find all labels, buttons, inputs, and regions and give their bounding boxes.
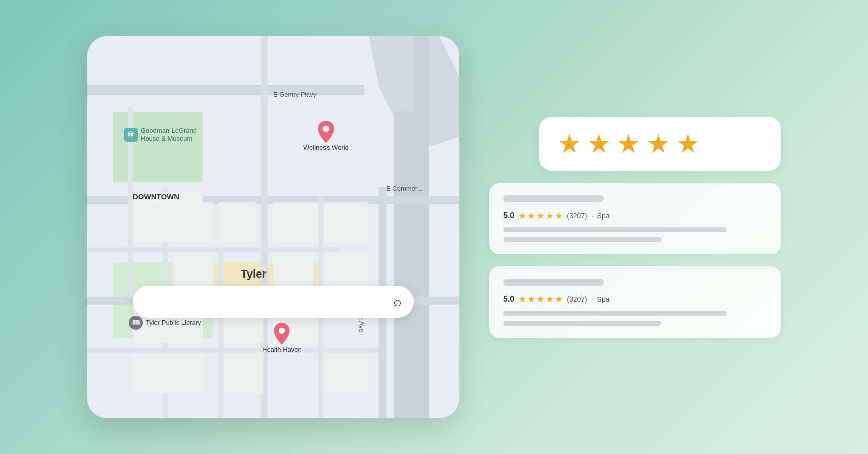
svg-rect-20	[218, 202, 256, 242]
review-count-2: (3207)	[567, 295, 587, 303]
review-dot-1: ·	[591, 212, 593, 220]
poi-library: 📖 Tyler Public Library	[129, 316, 201, 330]
svg-rect-7	[394, 112, 414, 418]
review-type-2: Spa	[597, 295, 610, 303]
review-line-1-2	[503, 237, 661, 242]
svg-rect-31	[173, 202, 213, 242]
map-background: E Gentry Pkwy DOWNTOWN Tyler W Erwin St …	[87, 36, 459, 418]
road-label-gentry: E Gentry Pkwy	[273, 90, 316, 98]
review-meta-2: 5.0 ★ ★ ★ ★ ★ (3207) · Spa	[503, 294, 767, 305]
review-star-1-2: ★	[527, 210, 535, 221]
large-star-5: ★	[676, 131, 700, 157]
review-star-1-4: ★	[546, 210, 554, 221]
scene: E Gentry Pkwy DOWNTOWN Tyler W Erwin St …	[0, 0, 868, 454]
large-star-4: ★	[646, 131, 670, 157]
svg-rect-27	[323, 353, 369, 393]
pin-health-label: Health Haven	[262, 346, 302, 353]
road-label-commerce: E Commer...	[386, 185, 422, 192]
search-bar[interactable]: ⌕	[133, 286, 414, 318]
svg-rect-8	[414, 36, 429, 418]
poi-museum: 🏛 Goodman-LeGrandHouse & Museum	[124, 127, 197, 144]
svg-rect-25	[133, 353, 203, 393]
search-icon: ⌕	[393, 294, 402, 310]
review-star-2-2: ★	[527, 294, 535, 305]
review-star-1-5: ★	[555, 210, 563, 221]
map-card: E Gentry Pkwy DOWNTOWN Tyler W Erwin St …	[87, 36, 459, 418]
review-count-1: (3207)	[567, 212, 587, 220]
review-star-1-3: ★	[536, 210, 545, 221]
district-label-downtown: DOWNTOWN	[133, 192, 179, 201]
review-star-2-1: ★	[518, 294, 526, 305]
city-label-tyler: Tyler	[241, 267, 266, 281]
pin-wellness-icon	[317, 121, 335, 143]
review-rating-1: 5.0	[503, 211, 514, 220]
large-star-3: ★	[617, 131, 640, 157]
review-line-2-1	[503, 311, 727, 316]
review-dot-2: ·	[591, 295, 593, 303]
pin-wellness-label: Wellness World	[303, 144, 349, 151]
large-star-2: ★	[587, 131, 611, 157]
svg-point-34	[279, 327, 285, 333]
svg-rect-32	[273, 252, 313, 290]
pin-health-haven: Health Haven	[262, 323, 302, 353]
svg-rect-28	[273, 202, 318, 242]
svg-point-33	[323, 125, 329, 131]
svg-rect-1	[113, 112, 203, 182]
stars-rating-card: ★ ★ ★ ★ ★	[539, 117, 781, 171]
svg-rect-5	[87, 85, 364, 95]
review-star-2-4: ★	[546, 294, 554, 305]
review-card-1: 5.0 ★ ★ ★ ★ ★ (3207) · Spa	[489, 183, 781, 254]
pin-health-icon	[273, 323, 291, 345]
review-title-placeholder-1	[503, 195, 604, 202]
review-star-2-5: ★	[555, 294, 563, 305]
review-star-2-3: ★	[536, 294, 545, 305]
review-star-1-1: ★	[518, 210, 526, 221]
review-type-1: Spa	[597, 212, 610, 220]
review-title-placeholder-2	[503, 279, 604, 286]
review-stars-1: ★ ★ ★ ★ ★	[518, 210, 563, 221]
review-card-2: 5.0 ★ ★ ★ ★ ★ (3207) · Spa	[489, 266, 781, 338]
pin-wellness-world: Wellness World	[303, 121, 349, 151]
svg-rect-29	[323, 202, 369, 242]
svg-rect-26	[223, 353, 263, 393]
review-stars-2: ★ ★ ★ ★ ★	[518, 294, 563, 305]
svg-rect-13	[87, 247, 339, 252]
library-label: Tyler Public Library	[146, 319, 201, 326]
library-icon: 📖	[129, 316, 143, 330]
right-panel: ★ ★ ★ ★ ★ 5.0 ★ ★ ★ ★ ★ (3207) · Spa	[489, 117, 781, 338]
svg-rect-14	[87, 348, 379, 353]
review-line-2-2	[503, 321, 661, 326]
review-meta-1: 5.0 ★ ★ ★ ★ ★ (3207) · Spa	[503, 210, 767, 221]
museum-icon: 🏛	[124, 128, 138, 142]
museum-label: Goodman-LeGrandHouse & Museum	[141, 127, 197, 144]
review-rating-2: 5.0	[503, 295, 514, 304]
large-star-1: ★	[558, 131, 581, 157]
review-line-1-1	[503, 227, 727, 232]
svg-rect-17	[218, 247, 223, 418]
